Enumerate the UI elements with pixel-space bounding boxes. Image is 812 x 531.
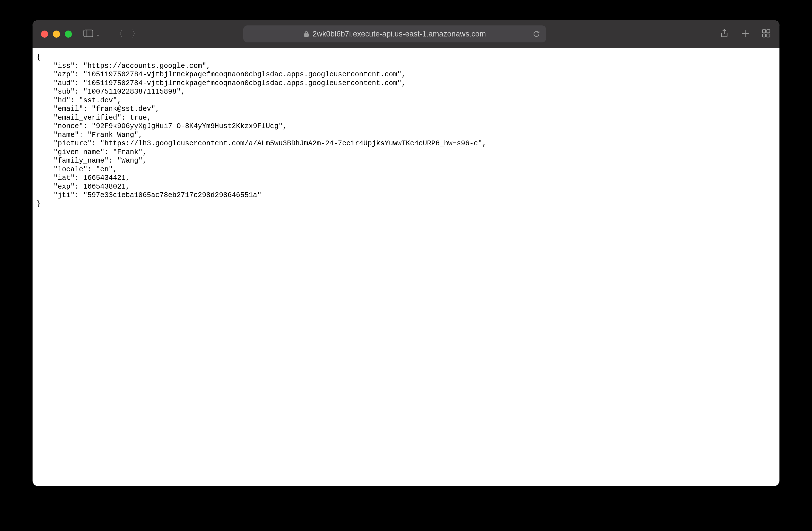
toolbar-right	[720, 29, 771, 39]
chevron-down-icon: ⌄	[96, 31, 100, 37]
svg-rect-6	[763, 34, 766, 37]
sidebar-icon	[83, 29, 93, 39]
svg-rect-5	[767, 30, 770, 33]
toolbar-left: ⌄ 〈 〉	[83, 28, 140, 40]
svg-rect-7	[767, 34, 770, 37]
svg-rect-4	[763, 30, 766, 33]
grid-icon	[762, 29, 771, 39]
back-button[interactable]: 〈	[115, 28, 123, 40]
share-icon	[720, 29, 729, 39]
lock-icon	[304, 31, 309, 37]
plus-icon	[740, 29, 750, 39]
svg-rect-0	[84, 30, 93, 37]
browser-window: ⌄ 〈 〉 2wk0bl6b7i.execute-api.us-east-1.a…	[32, 20, 780, 486]
url-text: 2wk0bl6b7i.execute-api.us-east-1.amazona…	[313, 30, 486, 39]
forward-button[interactable]: 〉	[132, 28, 140, 40]
traffic-lights	[41, 31, 72, 38]
chevron-right-icon: 〉	[131, 28, 140, 40]
new-tab-button[interactable]	[740, 29, 750, 39]
chevron-left-icon: 〈	[114, 28, 124, 40]
close-window-button[interactable]	[41, 31, 48, 38]
sidebar-toggle-button[interactable]: ⌄	[83, 29, 100, 39]
json-response-body: { "iss": "https://accounts.google.com", …	[37, 53, 775, 208]
share-button[interactable]	[720, 29, 729, 39]
maximize-window-button[interactable]	[65, 31, 72, 38]
address-bar[interactable]: 2wk0bl6b7i.execute-api.us-east-1.amazona…	[243, 26, 546, 42]
nav-buttons: 〈 〉	[115, 28, 140, 40]
titlebar: ⌄ 〈 〉 2wk0bl6b7i.execute-api.us-east-1.a…	[32, 20, 780, 48]
page-content: { "iss": "https://accounts.google.com", …	[32, 48, 780, 486]
address-content: 2wk0bl6b7i.execute-api.us-east-1.amazona…	[304, 30, 486, 39]
minimize-window-button[interactable]	[53, 31, 60, 38]
tab-overview-button[interactable]	[762, 29, 771, 39]
reload-button[interactable]	[533, 30, 540, 38]
